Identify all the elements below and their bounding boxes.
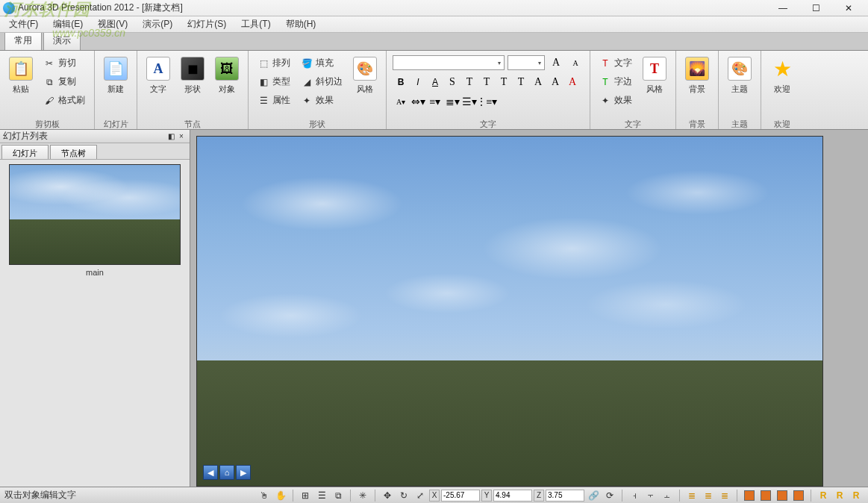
side-tab-nodetree[interactable]: 节点树 xyxy=(50,145,97,159)
bevel-button[interactable]: ◢斜切边 xyxy=(298,74,346,90)
fill-button[interactable]: 🪣填充 xyxy=(298,55,346,71)
align-dd-button[interactable]: ⇔▾ xyxy=(410,94,426,109)
sb-r1-button[interactable]: R xyxy=(816,489,831,502)
menu-edit[interactable]: 编辑(E) xyxy=(50,16,86,32)
arrange-icon: ⬚ xyxy=(257,57,269,69)
small-a-button[interactable]: A▾ xyxy=(393,94,409,109)
sb-dist2-button[interactable] xyxy=(758,489,773,502)
ribbon-tabbar: 常用 演示 xyxy=(0,33,868,51)
z-input[interactable] xyxy=(546,490,584,502)
shape-effect-button[interactable]: ✦效果 xyxy=(298,93,346,108)
menu-help[interactable]: 帮助(H) xyxy=(283,16,319,32)
menu-tools[interactable]: 工具(T) xyxy=(238,16,273,32)
tt1-button[interactable]: T xyxy=(461,75,478,90)
textfx-text-button[interactable]: T文字 xyxy=(596,55,635,71)
side-tab-slides[interactable]: 幻灯片 xyxy=(1,145,49,159)
sb-hand-button[interactable]: ✋ xyxy=(273,489,288,502)
sb-align5-button[interactable]: ≣ xyxy=(701,489,716,502)
nav-left-button[interactable]: ◀ xyxy=(203,465,218,480)
welcome-button[interactable]: ★ 欢迎 xyxy=(766,54,799,98)
tt4-button[interactable]: T xyxy=(513,75,529,90)
bold-button[interactable]: B xyxy=(393,75,409,90)
ribbon: 📋 粘贴 ✂剪切 ⧉复制 🖌格式刷 剪切板 📄 新建 幻灯片 A 文字 xyxy=(0,51,868,130)
italic-button[interactable]: I xyxy=(410,75,426,90)
x-input[interactable] xyxy=(441,490,480,502)
sb-link-button[interactable]: 🔗 xyxy=(586,489,601,502)
sb-r2-button[interactable]: R xyxy=(832,489,847,502)
chevron-down-icon: ▾ xyxy=(538,60,541,66)
sb-tree-button[interactable]: ⧉ xyxy=(331,489,346,502)
tt5-button[interactable]: A xyxy=(530,75,546,90)
tt6-button[interactable]: A xyxy=(547,75,563,90)
font-family-combo[interactable]: ▾ xyxy=(393,55,505,70)
statusbar: 双击对象编辑文字 🖱 ✋ ⊞ ☰ ⧉ ✳ ✥ ↻ ⤢ X Y Z 🔗 ⟳ ⫞ ⫟… xyxy=(0,487,868,503)
sb-axis-button[interactable]: ✳ xyxy=(355,489,370,502)
sb-align1-button[interactable]: ⫞ xyxy=(627,489,642,502)
arrange-button[interactable]: ⬚排列 xyxy=(255,55,293,71)
paste-button[interactable]: 📋 粘贴 xyxy=(4,54,37,98)
side-dock-button[interactable]: ◧ xyxy=(166,132,176,140)
tt3-button[interactable]: T xyxy=(496,75,512,90)
sb-refresh-button[interactable]: ⟳ xyxy=(602,489,617,502)
menu-present[interactable]: 演示(P) xyxy=(140,16,175,32)
grow-font-button[interactable]: A xyxy=(548,55,564,70)
menu-view[interactable]: 视图(V) xyxy=(95,16,131,32)
object-button[interactable]: 🖼 对象 xyxy=(210,54,243,98)
menu-file[interactable]: 文件(F) xyxy=(6,16,41,32)
align-left-button[interactable]: ≡▾ xyxy=(427,94,443,109)
underline-button[interactable]: A xyxy=(427,75,443,90)
tab-common[interactable]: 常用 xyxy=(4,31,42,50)
y-input[interactable] xyxy=(493,490,532,502)
background-button[interactable]: 🌄 背景 xyxy=(681,54,714,98)
maximize-button[interactable]: ☐ xyxy=(799,1,832,16)
shrink-font-button[interactable]: A xyxy=(567,55,584,70)
textfx-style-button[interactable]: T 风格 xyxy=(638,54,671,98)
theme-button[interactable]: 🎨 主题 xyxy=(723,54,756,98)
text-button[interactable]: A 文字 xyxy=(142,54,175,98)
sb-grid-button[interactable]: ⊞ xyxy=(298,489,313,502)
align-center-button[interactable]: ≣▾ xyxy=(444,94,460,109)
cut-button[interactable]: ✂剪切 xyxy=(40,55,88,71)
slide-list[interactable]: main xyxy=(0,160,190,487)
tab-present[interactable]: 演示 xyxy=(43,31,81,50)
sb-align6-button[interactable]: ≣ xyxy=(717,489,732,502)
sb-align3-button[interactable]: ⫠ xyxy=(660,489,675,502)
shape-effect-label: 效果 xyxy=(316,94,334,107)
shape-style-button[interactable]: 🎨 风格 xyxy=(349,54,381,98)
textfx-border-button[interactable]: T字边 xyxy=(596,74,635,90)
z-label: Z xyxy=(534,490,544,502)
bullets-button[interactable]: ⋮≡▾ xyxy=(478,94,495,109)
sb-r3-button[interactable]: R xyxy=(849,489,864,502)
chevron-down-icon: ▾ xyxy=(498,60,501,66)
sb-mouse-button[interactable]: 🖱 xyxy=(257,489,272,502)
format-painter-button[interactable]: 🖌格式刷 xyxy=(40,93,88,108)
textfx-effect-button[interactable]: ✦效果 xyxy=(596,93,635,108)
sb-dist4-button[interactable] xyxy=(791,489,806,502)
slide-thumbnail[interactable] xyxy=(9,164,181,265)
prop-button[interactable]: ☰属性 xyxy=(255,93,293,108)
canvas-3d-view[interactable]: ◀ ⌂ ▶ xyxy=(196,136,823,487)
sb-align2-button[interactable]: ⫟ xyxy=(643,489,658,502)
nav-home-button[interactable]: ⌂ xyxy=(219,465,234,480)
nav-right-button[interactable]: ▶ xyxy=(236,465,251,480)
strike-button[interactable]: S xyxy=(444,75,460,90)
side-close-button[interactable]: × xyxy=(176,132,187,140)
copy-button[interactable]: ⧉复制 xyxy=(40,74,88,90)
shape-button[interactable]: ◼ 形状 xyxy=(176,54,209,98)
menu-slide[interactable]: 幻灯片(S) xyxy=(184,16,229,32)
fill-icon: 🪣 xyxy=(301,57,313,69)
sb-rotate-button[interactable]: ↻ xyxy=(396,489,411,502)
type-button[interactable]: ◧类型 xyxy=(255,74,293,90)
sb-list-button[interactable]: ☰ xyxy=(314,489,329,502)
tt2-button[interactable]: T xyxy=(478,75,495,90)
close-button[interactable]: ✕ xyxy=(832,1,865,16)
minimize-button[interactable]: — xyxy=(766,1,799,16)
sb-align4-button[interactable]: ≣ xyxy=(684,489,699,502)
sb-dist3-button[interactable] xyxy=(775,489,790,502)
sb-dist1-button[interactable] xyxy=(742,489,757,502)
font-color-button[interactable]: A xyxy=(564,75,581,90)
font-size-combo[interactable]: ▾ xyxy=(508,55,545,70)
new-slide-button[interactable]: 📄 新建 xyxy=(99,54,132,98)
sb-scale-button[interactable]: ⤢ xyxy=(413,489,428,502)
sb-move-button[interactable]: ✥ xyxy=(380,489,395,502)
